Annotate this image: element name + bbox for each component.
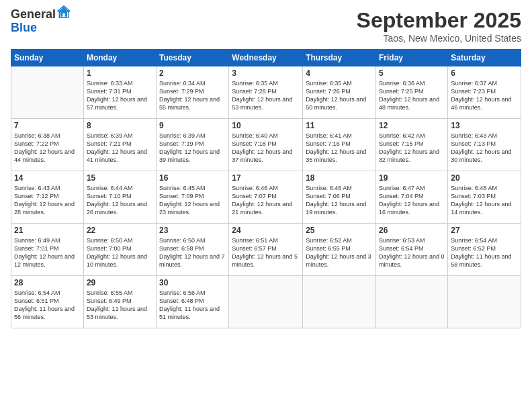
daylight: Daylight: 12 hours and 28 minutes. bbox=[14, 201, 75, 216]
calendar-cell: 18Sunrise: 6:46 AMSunset: 7:06 PMDayligh… bbox=[303, 171, 376, 224]
calendar-cell: 19Sunrise: 6:47 AMSunset: 7:04 PMDayligh… bbox=[376, 171, 448, 224]
daylight: Daylight: 12 hours and 0 minutes. bbox=[379, 253, 445, 268]
calendar-cell bbox=[376, 276, 448, 328]
day-number: 18 bbox=[306, 173, 373, 183]
day-number: 22 bbox=[87, 226, 153, 235]
day-number: 4 bbox=[306, 68, 373, 78]
calendar-cell: 1Sunrise: 6:33 AMSunset: 7:31 PMDaylight… bbox=[83, 66, 156, 119]
day-info: Sunrise: 6:51 AMSunset: 6:57 PMDaylight:… bbox=[232, 236, 300, 269]
day-number: 9 bbox=[159, 121, 226, 130]
calendar-cell: 11Sunrise: 6:41 AMSunset: 7:16 PMDayligh… bbox=[303, 119, 376, 171]
sunrise: Sunrise: 6:35 AM bbox=[232, 80, 278, 87]
sunrise: Sunrise: 6:46 AM bbox=[232, 185, 278, 191]
calendar-cell: 28Sunrise: 6:54 AMSunset: 6:51 PMDayligh… bbox=[11, 276, 84, 328]
day-number: 12 bbox=[379, 121, 445, 130]
daylight: Daylight: 12 hours and 10 minutes. bbox=[87, 253, 147, 268]
day-number: 1 bbox=[87, 68, 153, 78]
sunrise: Sunrise: 6:47 AM bbox=[379, 185, 425, 191]
calendar-cell: 16Sunrise: 6:45 AMSunset: 7:09 PMDayligh… bbox=[157, 171, 229, 224]
calendar-cell: 15Sunrise: 6:44 AMSunset: 7:10 PMDayligh… bbox=[83, 171, 156, 224]
daylight: Daylight: 12 hours and 48 minutes. bbox=[379, 96, 439, 111]
sunset: Sunset: 7:21 PM bbox=[87, 140, 132, 147]
calendar-cell: 27Sunrise: 6:54 AMSunset: 6:52 PMDayligh… bbox=[448, 224, 521, 276]
sunset: Sunset: 6:54 PM bbox=[379, 245, 424, 252]
sunset: Sunset: 7:22 PM bbox=[14, 140, 59, 147]
sunset: Sunset: 6:49 PM bbox=[87, 298, 132, 304]
day-number: 23 bbox=[159, 226, 226, 235]
daylight: Daylight: 12 hours and 57 minutes. bbox=[87, 96, 147, 111]
day-number: 27 bbox=[451, 226, 518, 235]
daylight: Daylight: 12 hours and 37 minutes. bbox=[232, 148, 292, 163]
sunrise: Sunrise: 6:34 AM bbox=[159, 80, 206, 87]
col-saturday: Saturday bbox=[448, 50, 521, 66]
day-number: 8 bbox=[87, 121, 153, 130]
calendar-table: Sunday Monday Tuesday Wednesday Thursday… bbox=[11, 49, 521, 328]
sunrise: Sunrise: 6:52 AM bbox=[306, 237, 352, 244]
day-info: Sunrise: 6:37 AMSunset: 7:23 PMDaylight:… bbox=[451, 79, 518, 112]
sunrise: Sunrise: 6:35 AM bbox=[306, 80, 352, 87]
sunrise: Sunrise: 6:48 AM bbox=[451, 185, 497, 191]
sunset: Sunset: 7:25 PM bbox=[379, 88, 424, 95]
day-info: Sunrise: 6:42 AMSunset: 7:15 PMDaylight:… bbox=[379, 132, 445, 165]
logo-icon bbox=[57, 5, 71, 19]
sunrise: Sunrise: 6:33 AM bbox=[87, 80, 133, 87]
page: General Blue September 2025 Taos, New Me… bbox=[0, 0, 532, 411]
sunrise: Sunrise: 6:36 AM bbox=[379, 80, 425, 87]
daylight: Daylight: 12 hours and 23 minutes. bbox=[159, 201, 220, 216]
sunrise: Sunrise: 6:51 AM bbox=[232, 237, 278, 244]
sunset: Sunset: 6:58 PM bbox=[159, 245, 204, 252]
calendar-cell: 22Sunrise: 6:50 AMSunset: 7:00 PMDayligh… bbox=[83, 224, 156, 276]
day-info: Sunrise: 6:55 AMSunset: 6:49 PMDaylight:… bbox=[87, 289, 153, 322]
sunset: Sunset: 7:00 PM bbox=[87, 245, 132, 252]
sunrise: Sunrise: 6:43 AM bbox=[14, 185, 60, 191]
daylight: Daylight: 12 hours and 39 minutes. bbox=[159, 148, 220, 163]
calendar-cell: 13Sunrise: 6:43 AMSunset: 7:13 PMDayligh… bbox=[448, 119, 521, 171]
sunset: Sunset: 7:31 PM bbox=[87, 88, 132, 95]
sunset: Sunset: 6:57 PM bbox=[232, 245, 277, 252]
calendar-header-row: Sunday Monday Tuesday Wednesday Thursday… bbox=[11, 50, 521, 66]
daylight: Daylight: 12 hours and 12 minutes. bbox=[14, 253, 75, 268]
day-info: Sunrise: 6:46 AMSunset: 7:07 PMDaylight:… bbox=[232, 184, 300, 217]
day-info: Sunrise: 6:38 AMSunset: 7:22 PMDaylight:… bbox=[14, 132, 81, 165]
col-sunday: Sunday bbox=[11, 50, 84, 66]
day-number: 19 bbox=[379, 173, 445, 183]
sunrise: Sunrise: 6:56 AM bbox=[159, 289, 206, 296]
daylight: Daylight: 12 hours and 3 minutes. bbox=[306, 253, 371, 268]
calendar-week-0: 1Sunrise: 6:33 AMSunset: 7:31 PMDaylight… bbox=[11, 66, 521, 119]
sunset: Sunset: 7:29 PM bbox=[159, 88, 204, 95]
calendar-cell: 17Sunrise: 6:46 AMSunset: 7:07 PMDayligh… bbox=[229, 171, 303, 224]
daylight: Daylight: 12 hours and 26 minutes. bbox=[87, 201, 147, 216]
col-thursday: Thursday bbox=[303, 50, 376, 66]
sunset: Sunset: 6:52 PM bbox=[451, 245, 496, 252]
sunset: Sunset: 6:51 PM bbox=[14, 298, 59, 304]
day-info: Sunrise: 6:50 AMSunset: 6:58 PMDaylight:… bbox=[159, 236, 226, 269]
calendar-week-3: 21Sunrise: 6:49 AMSunset: 7:01 PMDayligh… bbox=[11, 224, 521, 276]
sunrise: Sunrise: 6:42 AM bbox=[379, 132, 425, 139]
day-number: 26 bbox=[379, 226, 445, 235]
day-info: Sunrise: 6:43 AMSunset: 7:12 PMDaylight:… bbox=[14, 184, 81, 217]
day-info: Sunrise: 6:44 AMSunset: 7:10 PMDaylight:… bbox=[87, 184, 153, 217]
sunrise: Sunrise: 6:55 AM bbox=[87, 289, 133, 296]
sunset: Sunset: 6:48 PM bbox=[159, 298, 204, 304]
day-info: Sunrise: 6:54 AMSunset: 6:51 PMDaylight:… bbox=[14, 289, 81, 322]
day-info: Sunrise: 6:39 AMSunset: 7:19 PMDaylight:… bbox=[159, 132, 226, 165]
calendar-cell: 5Sunrise: 6:36 AMSunset: 7:25 PMDaylight… bbox=[376, 66, 448, 119]
calendar-cell: 2Sunrise: 6:34 AMSunset: 7:29 PMDaylight… bbox=[157, 66, 229, 119]
calendar-cell bbox=[448, 276, 521, 328]
daylight: Daylight: 12 hours and 19 minutes. bbox=[306, 201, 366, 216]
day-info: Sunrise: 6:43 AMSunset: 7:13 PMDaylight:… bbox=[451, 132, 518, 165]
calendar-cell: 6Sunrise: 6:37 AMSunset: 7:23 PMDaylight… bbox=[448, 66, 521, 119]
daylight: Daylight: 11 hours and 53 minutes. bbox=[87, 306, 147, 320]
sunset: Sunset: 7:01 PM bbox=[14, 245, 59, 252]
sunset: Sunset: 7:15 PM bbox=[379, 140, 424, 147]
day-info: Sunrise: 6:36 AMSunset: 7:25 PMDaylight:… bbox=[379, 79, 445, 112]
calendar-cell: 24Sunrise: 6:51 AMSunset: 6:57 PMDayligh… bbox=[229, 224, 303, 276]
day-info: Sunrise: 6:48 AMSunset: 7:03 PMDaylight:… bbox=[451, 184, 518, 217]
daylight: Daylight: 12 hours and 5 minutes. bbox=[232, 253, 298, 268]
sunrise: Sunrise: 6:39 AM bbox=[159, 132, 206, 139]
col-monday: Monday bbox=[83, 50, 156, 66]
daylight: Daylight: 12 hours and 30 minutes. bbox=[451, 148, 511, 163]
day-number: 3 bbox=[232, 68, 300, 78]
sunset: Sunset: 7:09 PM bbox=[159, 193, 204, 199]
sunrise: Sunrise: 6:50 AM bbox=[87, 237, 133, 244]
